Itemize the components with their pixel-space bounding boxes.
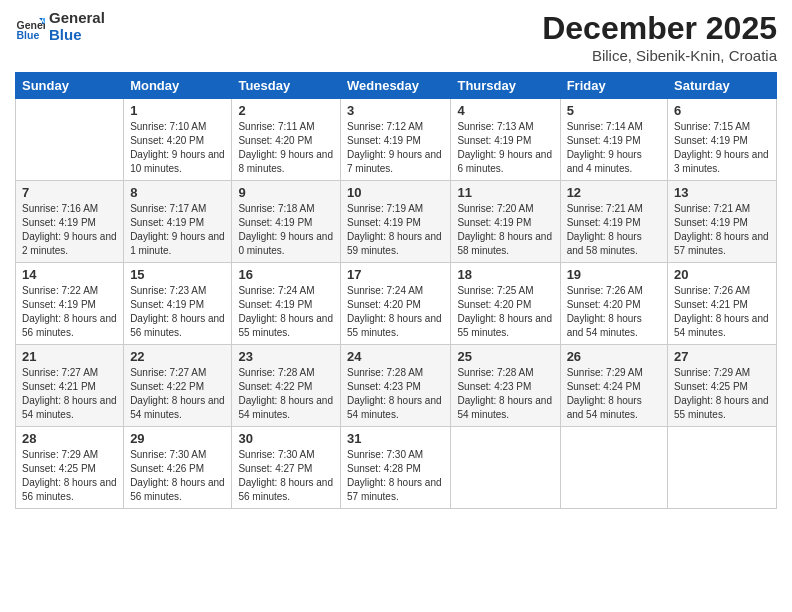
day-info: Sunrise: 7:22 AMSunset: 4:19 PMDaylight:… (22, 284, 117, 340)
day-info: Sunrise: 7:26 AMSunset: 4:20 PMDaylight:… (567, 284, 661, 340)
day-number: 11 (457, 185, 553, 200)
day-number: 10 (347, 185, 444, 200)
day-number: 17 (347, 267, 444, 282)
day-info: Sunrise: 7:24 AMSunset: 4:19 PMDaylight:… (238, 284, 334, 340)
calendar-table: Sunday Monday Tuesday Wednesday Thursday… (15, 72, 777, 509)
col-thursday: Thursday (451, 73, 560, 99)
day-info: Sunrise: 7:27 AMSunset: 4:21 PMDaylight:… (22, 366, 117, 422)
day-number: 18 (457, 267, 553, 282)
day-number: 5 (567, 103, 661, 118)
page-container: General Blue General Blue December 2025 … (0, 0, 792, 612)
day-info: Sunrise: 7:30 AMSunset: 4:26 PMDaylight:… (130, 448, 225, 504)
table-row (451, 427, 560, 509)
col-tuesday: Tuesday (232, 73, 341, 99)
day-number: 7 (22, 185, 117, 200)
day-number: 9 (238, 185, 334, 200)
table-row: 20 Sunrise: 7:26 AMSunset: 4:21 PMDaylig… (668, 263, 777, 345)
day-number: 2 (238, 103, 334, 118)
day-info: Sunrise: 7:12 AMSunset: 4:19 PMDaylight:… (347, 120, 444, 176)
table-row: 6 Sunrise: 7:15 AMSunset: 4:19 PMDayligh… (668, 99, 777, 181)
table-row (560, 427, 667, 509)
day-number: 29 (130, 431, 225, 446)
table-row: 21 Sunrise: 7:27 AMSunset: 4:21 PMDaylig… (16, 345, 124, 427)
day-number: 3 (347, 103, 444, 118)
day-number: 19 (567, 267, 661, 282)
day-info: Sunrise: 7:23 AMSunset: 4:19 PMDaylight:… (130, 284, 225, 340)
title-block: December 2025 Bilice, Sibenik-Knin, Croa… (542, 10, 777, 64)
table-row: 7 Sunrise: 7:16 AMSunset: 4:19 PMDayligh… (16, 181, 124, 263)
day-number: 1 (130, 103, 225, 118)
day-number: 24 (347, 349, 444, 364)
table-row (668, 427, 777, 509)
calendar-week-row: 14 Sunrise: 7:22 AMSunset: 4:19 PMDaylig… (16, 263, 777, 345)
table-row: 24 Sunrise: 7:28 AMSunset: 4:23 PMDaylig… (341, 345, 451, 427)
col-wednesday: Wednesday (341, 73, 451, 99)
day-info: Sunrise: 7:21 AMSunset: 4:19 PMDaylight:… (674, 202, 770, 258)
table-row: 23 Sunrise: 7:28 AMSunset: 4:22 PMDaylig… (232, 345, 341, 427)
day-info: Sunrise: 7:24 AMSunset: 4:20 PMDaylight:… (347, 284, 444, 340)
day-info: Sunrise: 7:28 AMSunset: 4:23 PMDaylight:… (457, 366, 553, 422)
table-row: 30 Sunrise: 7:30 AMSunset: 4:27 PMDaylig… (232, 427, 341, 509)
day-info: Sunrise: 7:30 AMSunset: 4:27 PMDaylight:… (238, 448, 334, 504)
day-info: Sunrise: 7:16 AMSunset: 4:19 PMDaylight:… (22, 202, 117, 258)
day-info: Sunrise: 7:21 AMSunset: 4:19 PMDaylight:… (567, 202, 661, 258)
table-row: 31 Sunrise: 7:30 AMSunset: 4:28 PMDaylig… (341, 427, 451, 509)
col-sunday: Sunday (16, 73, 124, 99)
day-number: 15 (130, 267, 225, 282)
day-number: 21 (22, 349, 117, 364)
logo-general: General (49, 9, 105, 26)
table-row: 8 Sunrise: 7:17 AMSunset: 4:19 PMDayligh… (124, 181, 232, 263)
day-number: 4 (457, 103, 553, 118)
table-row: 2 Sunrise: 7:11 AMSunset: 4:20 PMDayligh… (232, 99, 341, 181)
day-info: Sunrise: 7:14 AMSunset: 4:19 PMDaylight:… (567, 120, 661, 176)
col-friday: Friday (560, 73, 667, 99)
day-info: Sunrise: 7:28 AMSunset: 4:23 PMDaylight:… (347, 366, 444, 422)
day-number: 16 (238, 267, 334, 282)
logo-icon: General Blue (15, 12, 45, 42)
table-row: 25 Sunrise: 7:28 AMSunset: 4:23 PMDaylig… (451, 345, 560, 427)
day-info: Sunrise: 7:10 AMSunset: 4:20 PMDaylight:… (130, 120, 225, 176)
table-row: 10 Sunrise: 7:19 AMSunset: 4:19 PMDaylig… (341, 181, 451, 263)
table-row: 27 Sunrise: 7:29 AMSunset: 4:25 PMDaylig… (668, 345, 777, 427)
day-info: Sunrise: 7:18 AMSunset: 4:19 PMDaylight:… (238, 202, 334, 258)
day-info: Sunrise: 7:15 AMSunset: 4:19 PMDaylight:… (674, 120, 770, 176)
table-row: 15 Sunrise: 7:23 AMSunset: 4:19 PMDaylig… (124, 263, 232, 345)
day-number: 26 (567, 349, 661, 364)
table-row: 26 Sunrise: 7:29 AMSunset: 4:24 PMDaylig… (560, 345, 667, 427)
day-info: Sunrise: 7:27 AMSunset: 4:22 PMDaylight:… (130, 366, 225, 422)
page-header: General Blue General Blue December 2025 … (15, 10, 777, 64)
day-number: 27 (674, 349, 770, 364)
table-row: 22 Sunrise: 7:27 AMSunset: 4:22 PMDaylig… (124, 345, 232, 427)
table-row: 5 Sunrise: 7:14 AMSunset: 4:19 PMDayligh… (560, 99, 667, 181)
calendar-week-row: 7 Sunrise: 7:16 AMSunset: 4:19 PMDayligh… (16, 181, 777, 263)
day-info: Sunrise: 7:29 AMSunset: 4:25 PMDaylight:… (22, 448, 117, 504)
calendar-week-row: 1 Sunrise: 7:10 AMSunset: 4:20 PMDayligh… (16, 99, 777, 181)
day-number: 13 (674, 185, 770, 200)
day-info: Sunrise: 7:17 AMSunset: 4:19 PMDaylight:… (130, 202, 225, 258)
calendar-week-row: 21 Sunrise: 7:27 AMSunset: 4:21 PMDaylig… (16, 345, 777, 427)
day-number: 30 (238, 431, 334, 446)
day-info: Sunrise: 7:19 AMSunset: 4:19 PMDaylight:… (347, 202, 444, 258)
day-number: 31 (347, 431, 444, 446)
table-row (16, 99, 124, 181)
day-info: Sunrise: 7:28 AMSunset: 4:22 PMDaylight:… (238, 366, 334, 422)
table-row: 13 Sunrise: 7:21 AMSunset: 4:19 PMDaylig… (668, 181, 777, 263)
day-info: Sunrise: 7:29 AMSunset: 4:25 PMDaylight:… (674, 366, 770, 422)
day-number: 20 (674, 267, 770, 282)
day-number: 12 (567, 185, 661, 200)
table-row: 16 Sunrise: 7:24 AMSunset: 4:19 PMDaylig… (232, 263, 341, 345)
col-monday: Monday (124, 73, 232, 99)
table-row: 12 Sunrise: 7:21 AMSunset: 4:19 PMDaylig… (560, 181, 667, 263)
calendar-header-row: Sunday Monday Tuesday Wednesday Thursday… (16, 73, 777, 99)
table-row: 29 Sunrise: 7:30 AMSunset: 4:26 PMDaylig… (124, 427, 232, 509)
svg-text:Blue: Blue (17, 29, 40, 41)
day-info: Sunrise: 7:20 AMSunset: 4:19 PMDaylight:… (457, 202, 553, 258)
month-title: December 2025 (542, 10, 777, 47)
day-number: 6 (674, 103, 770, 118)
table-row: 18 Sunrise: 7:25 AMSunset: 4:20 PMDaylig… (451, 263, 560, 345)
logo-blue: Blue (49, 26, 82, 43)
col-saturday: Saturday (668, 73, 777, 99)
day-number: 14 (22, 267, 117, 282)
day-info: Sunrise: 7:13 AMSunset: 4:19 PMDaylight:… (457, 120, 553, 176)
table-row: 19 Sunrise: 7:26 AMSunset: 4:20 PMDaylig… (560, 263, 667, 345)
